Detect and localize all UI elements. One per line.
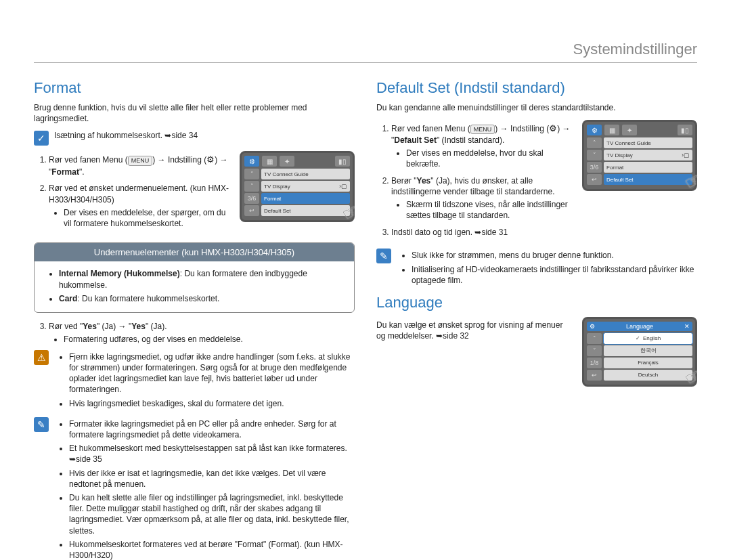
down-icon: ˅ <box>587 345 602 356</box>
device-item: TV Display›▢ <box>261 181 350 192</box>
close-icon: ✕ <box>684 323 690 330</box>
default-step-2-bullet: Skærm til tidszone vises, når alle indst… <box>406 199 574 221</box>
note-l2: Et hukommelseskort med beskyttelsestappe… <box>69 443 355 465</box>
note-block-right: ✎ Sluk ikke for strømmen, mens du bruger… <box>376 249 697 288</box>
device-item: Format <box>604 162 692 173</box>
gear-icon: ⚙ <box>206 154 215 165</box>
device-item-selected: Format <box>261 193 350 204</box>
menu-chip: MENU <box>470 125 495 135</box>
default-step-1-bullet: Der vises en meddelelse, hvor du skal be… <box>406 148 574 169</box>
format-steps-cont: Rør ved "Yes" (Ja) → "Yes" (Ja). Formate… <box>34 321 355 345</box>
check-icon: ✓ <box>34 131 49 146</box>
gear-tab-icon: ⚙ <box>244 156 259 167</box>
note-icon: ✎ <box>376 249 391 263</box>
format-intro: Brug denne funktion, hvis du vil slette … <box>34 102 355 124</box>
sd-note-text: Isætning af hukommelseskort. ➥side 34 <box>54 131 355 140</box>
warn-bullet-2: Hvis lagringsmediet beskadiges, skal du … <box>69 398 355 409</box>
language-intro: Du kan vælge et ønsket sprog for visning… <box>376 320 574 341</box>
device-screenshot-format: ⚙ ▦ ✦ ▮▯ ˄TV Connect Guide ˅TV Display›▢… <box>240 151 355 222</box>
device-lang-title: Language <box>626 323 653 330</box>
tab-icon: ▦ <box>262 156 277 167</box>
tab-icon: ▦ <box>604 125 619 135</box>
up-icon: ˄ <box>587 333 602 344</box>
battery-icon: ▮▯ <box>335 156 350 167</box>
d-note-2: Initialisering af HD-videokameraets inds… <box>412 264 697 286</box>
submenu-item-1: Internal Memory (Hukommelse): Du kan for… <box>59 268 345 290</box>
down-icon: ˅ <box>244 181 259 192</box>
sd-note-row: ✓ Isætning af hukommelseskort. ➥side 34 <box>34 131 355 146</box>
device-item: TV Display›▢ <box>604 150 692 160</box>
chevron-right-icon: ›▢ <box>682 152 690 158</box>
down-icon: ˅ <box>587 150 602 160</box>
back-icon: ↩ <box>244 205 259 216</box>
warning-icon: ⚠ <box>34 350 49 365</box>
format-step-2: Rør ved et ønsket undermenuelement. (kun… <box>49 183 231 229</box>
format-step-3-bullet: Formatering udføres, og der vises en med… <box>64 334 355 345</box>
chevron-right-icon: ›▢ <box>339 183 347 190</box>
tab-icon-2: ✦ <box>280 156 294 167</box>
default-step-2: Berør "Yes" (Ja), hvis du ønsker, at all… <box>391 175 574 221</box>
warning-block: ⚠ Fjern ikke lagringsmediet, og udfør ik… <box>34 350 355 412</box>
default-intro: Du kan gendanne alle menuindstillinger t… <box>376 102 697 113</box>
note-l4: Du kan helt slette alle filer og indstil… <box>69 492 355 536</box>
menu-chip: MENU <box>128 156 153 166</box>
lang-item: Deutsch <box>604 370 692 381</box>
submenu-header: Undermenuelementer (kun HMX-H303/H304/H3… <box>35 243 354 261</box>
tab-icon-2: ✦ <box>622 125 637 135</box>
left-column: Format Brug denne funktion, hvis du vil … <box>34 75 355 560</box>
device-item: TV Connect Guide <box>261 169 350 179</box>
submenu-item-2: Card: Du kan formatere hukommelseskortet… <box>59 293 345 304</box>
note-block-left: ✎ Formater ikke lagringsmediet på en PC … <box>34 417 355 560</box>
note-l1: Formater ikke lagringsmediet på en PC el… <box>69 418 355 440</box>
page-header: Systemindstillinger <box>34 41 697 63</box>
device-screenshot-language: ⚙ Language ✕ ˄✓English ˅한국어 1/8Français … <box>582 317 697 387</box>
check-icon: ✓ <box>636 335 640 341</box>
format-step-3: Rør ved "Yes" (Ja) → "Yes" (Ja). Formate… <box>49 321 355 345</box>
page-indicator: 1/8 <box>587 358 602 368</box>
format-step-2-bullet: Der vises en meddelelse, der spørger, om… <box>64 207 231 229</box>
device-item: Default Set <box>261 205 350 216</box>
device-item: TV Connect Guide <box>604 137 692 148</box>
note-icon: ✎ <box>34 417 49 432</box>
note-l5: Hukommelseskortet formateres ved at berø… <box>69 539 355 560</box>
format-step-1: Rør ved fanen Menu (MENU) → Indstilling … <box>49 154 231 177</box>
lang-item-selected: ✓English <box>604 333 692 344</box>
default-steps: Rør ved fanen Menu (MENU) → Indstilling … <box>376 123 574 238</box>
warn-bullet-1: Fjern ikke lagringsmediet, og udfør ikke… <box>69 351 355 395</box>
gear-icon: ⚙ <box>590 323 595 330</box>
back-icon: ↩ <box>587 370 602 381</box>
right-column: Default Set (Indstil standard) Du kan ge… <box>376 75 697 560</box>
back-icon: ↩ <box>587 174 602 185</box>
device-screenshot-default: ⚙ ▦ ✦ ▮▯ ˄TV Connect Guide ˅TV Display›▢… <box>582 120 697 191</box>
up-icon: ˄ <box>244 169 259 179</box>
lang-item: 한국어 <box>604 345 692 356</box>
section-language-title: Language <box>376 294 697 311</box>
gear-icon: ⚙ <box>549 123 557 133</box>
note-l3: Hvis der ikke er isat et lagringsmedie, … <box>69 468 355 490</box>
format-steps: Rør ved fanen Menu (MENU) → Indstilling … <box>34 154 231 229</box>
default-step-1: Rør ved fanen Menu (MENU) → Indstilling … <box>391 123 574 169</box>
page-indicator: 3/6 <box>587 162 602 173</box>
device-item-selected: Default Set <box>604 174 692 185</box>
gear-tab-icon: ⚙ <box>587 125 602 135</box>
page-indicator: 3/6 <box>244 193 259 204</box>
lang-item: Français <box>604 358 692 368</box>
battery-icon: ▮▯ <box>678 125 692 135</box>
submenu-box: Undermenuelementer (kun HMX-H303/H304/H3… <box>34 242 355 313</box>
default-step-3: Indstil dato og tid igen. ➥side 31 <box>391 227 574 238</box>
up-icon: ˄ <box>587 137 602 148</box>
d-note-1: Sluk ikke for strømmen, mens du bruger d… <box>412 250 697 261</box>
section-format-title: Format <box>34 79 355 97</box>
section-default-title: Default Set (Indstil standard) <box>376 79 697 97</box>
